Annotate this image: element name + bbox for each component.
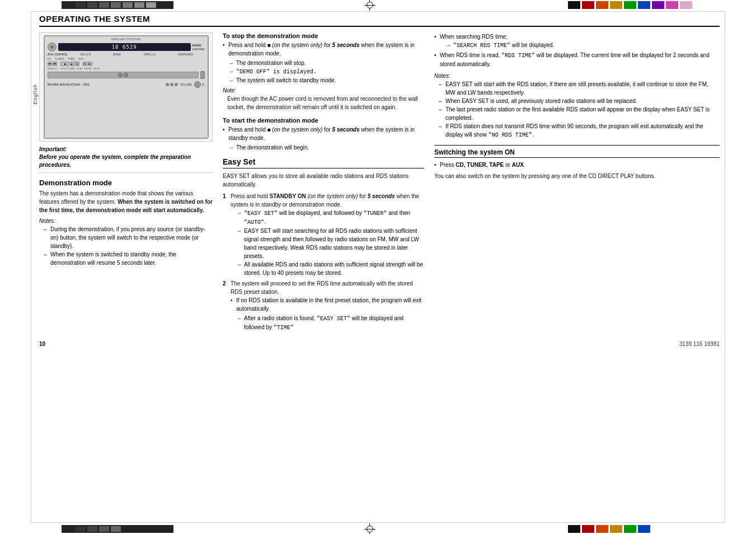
easy-set-step-1: 1 Press and hold STANDBY ON (on the syst… [223,192,424,277]
rds-bullet-1: When searching RDS time; "SEARCH RDS TIM… [434,32,720,50]
important-title: Important: [39,146,213,152]
rds-section: When searching RDS time; "SEARCH RDS TIM… [434,32,720,68]
bottom-crosshair-icon [364,523,375,534]
easy-set-arrow-2: EASY SET will start searching for all RD… [236,227,424,260]
easy-set-step2-bullets: If no RDS station is available in the fi… [231,296,424,313]
easy-set-title: Easy Set [223,157,424,168]
right-col-notes-title: Notes: [434,73,720,79]
top-right-blocks [566,1,734,9]
device-drawing: MINI HIFI SYSTEM 18 6529 RADIO RRRRRR [44,35,209,139]
demo-note-1: During the demonstration, if you press a… [44,225,213,250]
device-bottom-row: SOUND NAVIGATION · JOG VOLUME Ω [45,80,208,89]
top-decorative-bar [0,0,756,10]
stop-demo-bullets: Press and hold ■ (on the system only) fo… [223,41,424,58]
switching-text: You can also switch on the system by pre… [434,172,720,180]
start-demo-arrows: The demonstration will begin. [228,143,424,152]
device-top-row: 18 6529 RADIO RRRRRR [45,41,208,51]
left-column: MINI HIFI SYSTEM 18 6529 RADIO RRRRRR [39,32,213,338]
right-note-4: If RDS station does not transmit RDS tim… [439,122,720,139]
easy-set-step2-arrow: After a radio station is found, "EASY SE… [236,314,424,332]
top-left-blocks [62,1,173,9]
bottom-center [173,523,566,534]
start-demo-bullets: Press and hold ■ (on the system only) fo… [223,125,424,142]
easy-set-steps: 1 Press and hold STANDBY ON (on the syst… [223,192,424,332]
bottom-decorative-bar [0,524,756,534]
important-text: Before you operate the system, complete … [39,153,213,169]
start-demo-arrow: The demonstration will begin. [228,143,424,152]
right-note-3: The last preset radio station or the fir… [439,105,720,122]
middle-column: To stop the demonstration mode Press and… [223,32,424,338]
border-left [31,11,31,523]
stop-demo-arrow-1: The demonstration will stop. [228,59,424,67]
switching-bullet: Press CD, TUNER, TAPE or AUX. [434,161,720,169]
stop-demo-note-text: Even though the AC power cord is removed… [223,95,424,111]
stop-demo-note: Note: Even though the AC power cord is r… [223,87,424,111]
important-box: Important: Before you operate the system… [39,146,213,169]
right-col-notes: Notes: EASY SET will start with the RDS … [434,73,720,139]
bottom-left-blocks [62,525,173,533]
rds-bullet-2: When RDS time is read, "RDS TIME" will b… [434,51,720,68]
demo-notes: Notes: During the demonstration, if you … [39,218,213,267]
stop-demo-arrow-3: The system will switch to standby mode. [228,76,424,85]
start-demo-title: To start the demonstration mode [223,117,424,124]
right-note-2: When EASY SET is used, all previously st… [439,97,720,105]
doc-number: 3139 116 19381 [679,341,720,347]
easy-set-step2-arrows: After a radio station is found, "EASY SE… [236,314,424,332]
demo-notes-title: Notes: [39,218,213,224]
top-center [173,0,566,11]
right-col-notes-list: EASY SET will start with the RDS station… [434,80,720,139]
device-buttons-row: ⏮ ⏭ ⏹ ▶ ⏸ PR B1 [45,60,208,67]
stop-demo-title: To stop the demonstration mode [223,32,424,39]
switching-section: Switching the system ON Press CD, TUNER,… [434,145,720,180]
rds-arrow-1: "SEARCH RDS TIME" will be displayed. [445,41,720,50]
demo-mode-title: Demonstration mode [39,179,213,187]
easy-set-step-2: 2 The system will proceed to set the RDS… [223,279,424,332]
switching-bullets: Press CD, TUNER, TAPE or AUX. [434,161,720,169]
stop-demo-note-title: Note: [223,87,424,93]
rds-bullet-list: When searching RDS time; "SEARCH RDS TIM… [434,32,720,68]
bottom-right-blocks [566,525,734,533]
page-number: 10 [39,341,45,347]
rds-arrow-list: "SEARCH RDS TIME" will be displayed. [445,41,720,50]
easy-set-step2-bullet-1: If no RDS station is available in the fi… [231,296,424,313]
easy-set-step1-arrows: "EASY SET" will be displayed, and follow… [236,209,424,277]
main-columns: MINI HIFI SYSTEM 18 6529 RADIO RRRRRR [39,32,720,338]
device-band-row: JOG CONTROL CD1-2-3BANDTAPE 1-2CDR/VIDEO [45,51,208,57]
easy-set-arrow-3: All available RDS and radio stations wit… [236,260,424,277]
right-note-1: EASY SET will start with the RDS station… [439,80,720,97]
easy-set-section: Easy Set EASY SET allows you to store al… [223,157,424,332]
switching-title: Switching the system ON [434,148,720,158]
demo-note-2: When the system is switched to standby m… [44,250,213,267]
start-demo-bullet: Press and hold ■ (on the system only) fo… [223,125,424,142]
border-right [725,11,725,523]
easy-set-intro: EASY SET allows you to store all availab… [223,172,424,189]
section-title: OPERATING THE SYSTEM [39,14,720,27]
bottom-row: 10 3139 116 19381 [39,341,720,347]
column-divider [39,172,213,173]
start-demo-block: To start the demonstration mode Press an… [223,117,424,152]
easy-set-arrow-1: "EASY SET" will be displayed, and follow… [236,209,424,227]
demo-mode-body: The system has a demonstration mode that… [39,189,213,214]
demo-mode-section: Demonstration mode The system has a demo… [39,179,213,267]
device-label: MINI HIFI SYSTEM [45,36,208,41]
stop-demo-arrows: The demonstration will stop. "DEMO OFF" … [228,59,424,85]
device-image-box: MINI HIFI SYSTEM 18 6529 RADIO RRRRRR [39,32,213,142]
border-top [31,11,725,12]
border-bottom [31,522,725,523]
device-display: 18 6529 [58,43,191,51]
page-content: OPERATING THE SYSTEM MINI HIFI SYSTEM 18… [39,14,720,520]
stop-demo-arrow-2: "DEMO OFF" is displayed. [228,67,424,76]
language-tab: English [32,84,38,105]
stop-demo-block: To stop the demonstration mode Press and… [223,32,424,111]
right-column: When searching RDS time; "SEARCH RDS TIM… [434,32,720,338]
demo-notes-list: During the demonstration, if you press a… [39,225,213,267]
device-deck-row [45,70,208,80]
top-crosshair-icon [364,0,375,11]
stop-demo-bullet: Press and hold ■ (on the system only) fo… [223,41,424,58]
